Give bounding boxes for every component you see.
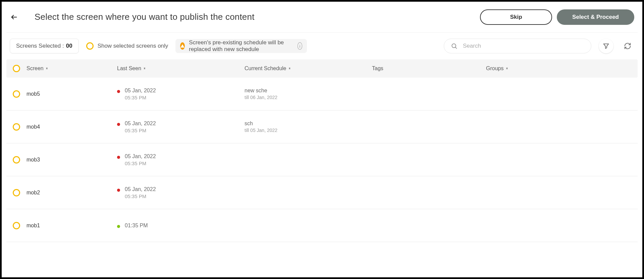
screens-selected-count: 00 — [66, 43, 72, 49]
search-icon — [451, 43, 458, 49]
status-dot-icon — [117, 189, 120, 192]
notice-text: Screen's pre-existing schedule will be r… — [189, 39, 293, 53]
table-row[interactable]: mob205 Jan, 202205:35 PM — [6, 176, 638, 209]
col-last-seen[interactable]: Last Seen ▲▼ — [117, 65, 245, 72]
screen-name: mob4 — [26, 124, 117, 130]
screen-name: mob5 — [26, 91, 117, 97]
row-select-radio[interactable] — [6, 123, 26, 131]
radio-icon — [13, 222, 20, 229]
show-selected-only-toggle[interactable]: Show selected screens only — [86, 42, 168, 50]
col-current-schedule[interactable]: Current Schedule ▲▼ — [245, 65, 372, 72]
last-seen-date: 05 Jan, 2022 — [125, 153, 156, 159]
warning-icon — [180, 42, 185, 50]
select-proceed-button[interactable]: Select & Proceed — [557, 9, 634, 25]
radio-icon — [13, 189, 20, 196]
col-groups[interactable]: Groups ▲▼ — [486, 65, 631, 72]
radio-icon — [13, 123, 20, 131]
table-row[interactable]: mob405 Jan, 202205:35 PMschtill 05 Jan, … — [6, 110, 638, 143]
filter-icon — [602, 42, 610, 50]
current-schedule-cell: schtill 05 Jan, 2022 — [245, 121, 372, 133]
screen-name: mob3 — [26, 157, 117, 163]
row-select-radio[interactable] — [6, 222, 26, 229]
last-seen-time: 01:35 PM — [125, 223, 148, 229]
info-icon[interactable]: i — [298, 42, 303, 50]
col-tags[interactable]: Tags — [372, 65, 486, 72]
status-dot-icon — [117, 123, 120, 126]
last-seen-time: 05:35 PM — [125, 160, 156, 166]
last-seen-cell: 05 Jan, 202205:35 PM — [117, 153, 245, 166]
row-select-radio[interactable] — [6, 156, 26, 164]
refresh-icon — [624, 42, 631, 50]
status-dot-icon — [117, 156, 120, 159]
select-all-radio[interactable] — [6, 65, 26, 72]
last-seen-date: 05 Jan, 2022 — [125, 121, 156, 127]
replace-schedule-notice: Screen's pre-existing schedule will be r… — [175, 39, 307, 53]
schedule-until: till 06 Jan, 2022 — [245, 95, 372, 100]
screens-selected-badge: Screens Selected : 00 — [10, 39, 79, 53]
table-row[interactable]: mob101:35 PM — [6, 209, 638, 242]
current-schedule-cell: new schetill 06 Jan, 2022 — [245, 88, 372, 100]
page-title: Select the screen where you want to publ… — [35, 12, 480, 22]
screens-table-body: mob505 Jan, 202205:35 PMnew schetill 06 … — [6, 78, 638, 242]
screens-selected-label: Screens Selected : — [16, 43, 64, 49]
row-select-radio[interactable] — [6, 189, 26, 196]
table-row[interactable]: mob505 Jan, 202205:35 PMnew schetill 06 … — [6, 78, 638, 110]
last-seen-cell: 05 Jan, 202205:35 PM — [117, 186, 245, 199]
radio-icon — [13, 90, 20, 98]
radio-icon — [86, 42, 94, 50]
last-seen-time: 05:35 PM — [125, 193, 156, 199]
table-row[interactable]: mob305 Jan, 202205:35 PM — [6, 143, 638, 176]
svg-line-2 — [455, 47, 457, 48]
schedule-name: new sche — [245, 88, 372, 94]
schedule-until: till 05 Jan, 2022 — [245, 128, 372, 133]
last-seen-time: 05:35 PM — [125, 95, 156, 100]
back-button[interactable] — [10, 13, 18, 21]
radio-icon — [13, 65, 20, 72]
skip-button[interactable]: Skip — [480, 9, 552, 25]
refresh-button[interactable] — [621, 42, 634, 50]
arrow-left-icon — [10, 13, 18, 21]
last-seen-date: 05 Jan, 2022 — [125, 186, 156, 192]
filter-button[interactable] — [599, 39, 613, 53]
last-seen-cell: 05 Jan, 202205:35 PM — [117, 88, 245, 100]
last-seen-time: 05:35 PM — [125, 128, 156, 133]
schedule-name: sch — [245, 121, 372, 127]
show-selected-only-label: Show selected screens only — [98, 43, 168, 49]
last-seen-cell: 05 Jan, 202205:35 PM — [117, 121, 245, 133]
radio-icon — [13, 156, 20, 164]
status-dot-icon — [117, 90, 120, 93]
search-input-wrapper[interactable] — [444, 39, 591, 53]
status-dot-icon — [117, 225, 120, 228]
screen-name: mob2 — [26, 190, 117, 196]
table-header: Screen ▲▼ Last Seen ▲▼ Current Schedule … — [6, 59, 638, 78]
last-seen-cell: 01:35 PM — [117, 223, 245, 229]
screen-name: mob1 — [26, 223, 117, 229]
row-select-radio[interactable] — [6, 90, 26, 98]
col-screen[interactable]: Screen ▲▼ — [26, 65, 117, 72]
last-seen-date: 05 Jan, 2022 — [125, 88, 156, 94]
search-input[interactable] — [462, 42, 584, 50]
